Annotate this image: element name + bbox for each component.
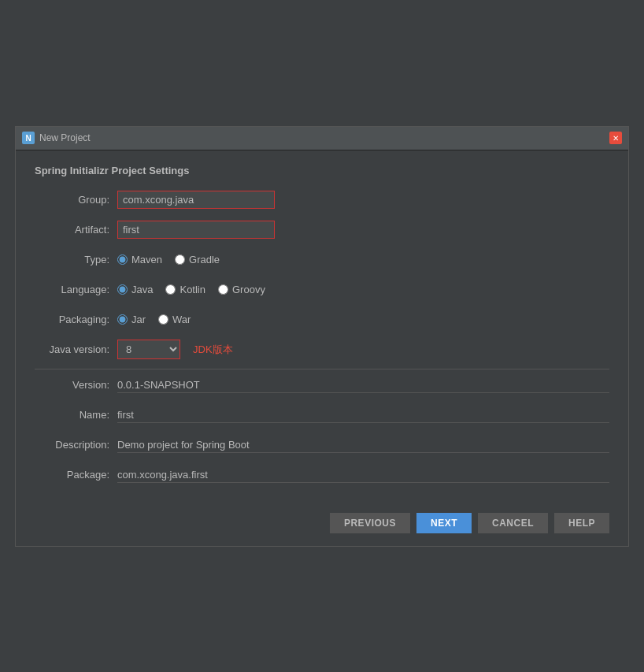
packaging-jar-radio[interactable] <box>117 314 128 325</box>
language-java-label[interactable]: Java <box>117 284 153 295</box>
type-maven-text: Maven <box>131 254 162 265</box>
type-maven-radio[interactable] <box>117 254 128 265</box>
language-kotlin-text: Kotlin <box>180 284 205 295</box>
packaging-war-label[interactable]: War <box>158 314 191 325</box>
close-button[interactable]: ✕ <box>609 132 622 144</box>
java-version-row: Java version: 8 11 17 JDK版本 <box>35 339 609 361</box>
artifact-input[interactable] <box>117 221 275 239</box>
footer: PREVIOUS NEXT CANCEL HELP <box>16 503 628 546</box>
language-kotlin-label[interactable]: Kotlin <box>165 284 205 295</box>
language-java-text: Java <box>131 284 153 295</box>
group-input[interactable] <box>117 191 275 209</box>
packaging-row: Packaging: Jar War <box>35 309 609 331</box>
name-row: Name: <box>35 404 609 426</box>
previous-button[interactable]: PREVIOUS <box>330 513 410 533</box>
language-groovy-radio[interactable] <box>218 284 228 295</box>
language-field: Java Kotlin Groovy <box>117 284 609 295</box>
packaging-jar-label[interactable]: Jar <box>117 314 146 325</box>
type-maven-label[interactable]: Maven <box>117 254 162 265</box>
packaging-label: Packaging: <box>35 314 117 325</box>
new-project-dialog: N New Project ✕ Spring Initializr Projec… <box>15 126 629 547</box>
jdk-note: JDK版本 <box>193 343 233 357</box>
name-field <box>117 407 609 423</box>
package-label: Package: <box>35 469 117 481</box>
version-label: Version: <box>35 379 117 391</box>
language-groovy-label[interactable]: Groovy <box>218 284 265 295</box>
group-label: Group: <box>35 194 117 206</box>
group-row: Group: <box>35 189 609 211</box>
type-field: Maven Gradle <box>117 254 609 265</box>
title-bar: N New Project ✕ <box>16 127 628 150</box>
language-java-radio[interactable] <box>117 284 128 295</box>
version-field <box>117 377 609 393</box>
divider <box>35 369 609 369</box>
package-row: Package: <box>35 464 609 486</box>
artifact-row: Artifact: <box>35 219 609 241</box>
type-gradle-radio[interactable] <box>175 254 185 265</box>
type-row: Type: Maven Gradle <box>35 249 609 271</box>
java-version-field: 8 11 17 JDK版本 <box>117 340 609 359</box>
version-input[interactable] <box>117 377 609 393</box>
version-row: Version: <box>35 374 609 396</box>
artifact-label: Artifact: <box>35 224 117 236</box>
window-title: New Project <box>39 132 605 143</box>
description-label: Description: <box>35 439 117 451</box>
packaging-war-text: War <box>172 314 191 325</box>
java-version-label: Java version: <box>35 343 117 355</box>
description-row: Description: <box>35 434 609 456</box>
language-row: Language: Java Kotlin Groovy <box>35 279 609 301</box>
packaging-war-radio[interactable] <box>158 314 168 325</box>
language-kotlin-radio[interactable] <box>165 284 176 295</box>
form-content: Spring Initializr Project Settings Group… <box>16 150 628 503</box>
description-field <box>117 437 609 453</box>
group-field <box>117 191 609 209</box>
window-icon: N <box>22 132 35 144</box>
name-label: Name: <box>35 409 117 421</box>
type-gradle-label[interactable]: Gradle <box>175 254 220 265</box>
language-groovy-text: Groovy <box>232 284 265 295</box>
cancel-button[interactable]: CANCEL <box>478 513 548 533</box>
name-input[interactable] <box>117 407 609 423</box>
help-button[interactable]: HELP <box>554 513 609 533</box>
package-field <box>117 467 609 483</box>
packaging-field: Jar War <box>117 314 609 325</box>
package-input[interactable] <box>117 467 609 483</box>
type-label: Type: <box>35 254 117 265</box>
language-label: Language: <box>35 284 117 295</box>
packaging-jar-text: Jar <box>131 314 146 325</box>
section-title: Spring Initializr Project Settings <box>35 165 609 176</box>
type-gradle-text: Gradle <box>189 254 220 265</box>
next-button[interactable]: NEXT <box>416 513 472 533</box>
artifact-field <box>117 221 609 239</box>
java-version-select[interactable]: 8 11 17 <box>117 340 180 359</box>
description-input[interactable] <box>117 437 609 453</box>
